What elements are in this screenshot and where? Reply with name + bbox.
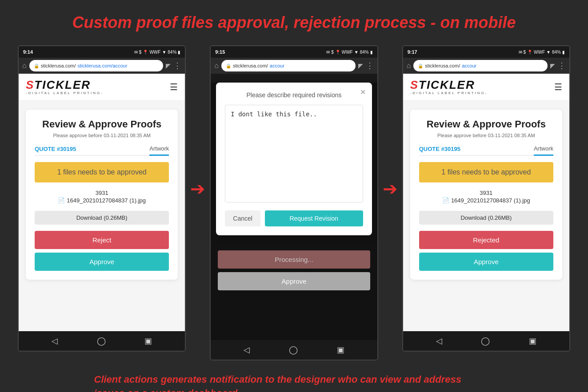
phone-3-browser-bar: ⌂ 🔒 sticklerusa.com/accour ◤ ⋮ bbox=[403, 58, 569, 74]
phone-2-url-box[interactable]: 🔒 sticklerusa.com/accour bbox=[221, 60, 356, 71]
phone-3-download-button[interactable]: Download (0.26MB) bbox=[419, 211, 553, 225]
arrow-1-icon: ➔ bbox=[190, 178, 205, 199]
phone-3-proof-card: Review & Approve Proofs Please approve b… bbox=[410, 110, 562, 280]
phone-3-url-box[interactable]: 🔒 sticklerusa.com/accour bbox=[413, 60, 548, 71]
phone-1-file-number: 3931 bbox=[35, 190, 169, 196]
phone-3-files-banner: 1 files needs to be approved bbox=[419, 162, 553, 182]
phone-2-nav-bar: ◁ ◯ ▣ bbox=[211, 340, 377, 360]
phone-3-status-bar: 9:17 ✉ $ 📍 WWF ▼ 84% ▮ bbox=[403, 46, 569, 58]
phone-1-time: 9:14 bbox=[23, 49, 33, 55]
phone-1-proof-card: Review & Approve Proofs Please approve b… bbox=[26, 110, 178, 280]
recents-nav-icon[interactable]: ▣ bbox=[144, 336, 152, 346]
phone-1-approve-button[interactable]: Approve bbox=[35, 253, 169, 271]
phone-2-time: 9:15 bbox=[215, 49, 225, 55]
revision-dialog: Please describe required revisions ✕ I d… bbox=[216, 83, 372, 235]
phone-1-content: STICKLER -DIGITAL LABEL PRINTING- ☰ Revi… bbox=[19, 74, 185, 331]
home-icon[interactable]: ⌂ bbox=[22, 62, 27, 70]
file-doc-icon: 📄 bbox=[58, 197, 65, 204]
lock-icon-3: 🔒 bbox=[418, 63, 423, 68]
arrow-2-container: ➔ bbox=[378, 178, 402, 199]
recents-nav-icon-3[interactable]: ▣ bbox=[529, 336, 536, 346]
dialog-request-button[interactable]: Request Revision bbox=[265, 210, 363, 226]
phone-3-quote-tabs: QUOTE #30195 Artwork bbox=[419, 145, 553, 156]
arrow-2-icon: ➔ bbox=[383, 178, 398, 199]
phone-2-status-bar: 9:15 ✉ $ 📍 WWF ▼ 84% ▮ bbox=[211, 46, 377, 58]
lock-icon: 🔒 bbox=[34, 63, 39, 68]
phone-3-rejected-button: Rejected bbox=[419, 231, 553, 249]
phone-3-approve-button[interactable]: Approve bbox=[419, 253, 553, 271]
phone-1-card-title: Review & Approve Proofs bbox=[35, 119, 169, 130]
home-icon-2[interactable]: ⌂ bbox=[214, 62, 219, 70]
phone-3-time: 9:17 bbox=[408, 49, 417, 55]
processing-button: Processing... bbox=[218, 250, 370, 269]
phone-3-file-name: 📄 1649_20210127084837 (1).jpg bbox=[419, 197, 553, 204]
tab-icon-3[interactable]: ◤ bbox=[550, 62, 555, 69]
phone-1-deadline: Please approve before 03-11-2021 08:35 A… bbox=[35, 133, 169, 138]
dialog-cancel-button[interactable]: Cancel bbox=[225, 210, 260, 226]
revision-textarea[interactable]: I dont like this file.. bbox=[225, 105, 363, 202]
phone-2-status-icons: ✉ $ 📍 WWF ▼ 84% ▮ bbox=[326, 50, 372, 55]
phone-1-quote-number: QUOTE #30195 bbox=[35, 146, 76, 155]
home-nav-icon-3[interactable]: ◯ bbox=[481, 336, 490, 346]
menu-icon-2[interactable]: ⋮ bbox=[366, 61, 374, 71]
phone-1-status-icons: ✉ $ 📍 WWF ▼ 84% ▮ bbox=[134, 50, 180, 55]
arrow-1-container: ➔ bbox=[186, 178, 210, 199]
hamburger-icon-3[interactable]: ☰ bbox=[554, 82, 562, 92]
page-title: Custom proof files approval, rejection p… bbox=[72, 13, 516, 32]
footer-text: Client actions generates notification to… bbox=[94, 373, 494, 392]
back-nav-icon[interactable]: ◁ bbox=[52, 336, 58, 346]
tab-icon-2[interactable]: ◤ bbox=[358, 62, 363, 69]
home-icon-3[interactable]: ⌂ bbox=[407, 62, 411, 70]
phone-3-file-number: 3931 bbox=[419, 190, 553, 196]
lock-icon-2: 🔒 bbox=[226, 63, 231, 68]
phone-3-card-title: Review & Approve Proofs bbox=[419, 119, 553, 130]
phone-1-quote-tabs: QUOTE #30195 Artwork bbox=[35, 145, 169, 156]
phone-3: 9:17 ✉ $ 📍 WWF ▼ 84% ▮ ⌂ 🔒 sticklerusa.c… bbox=[402, 45, 570, 352]
phone-2: 9:15 ✉ $ 📍 WWF ▼ 84% ▮ ⌂ 🔒 sticklerusa.c… bbox=[210, 45, 378, 360]
phone-1-download-button[interactable]: Download (0.26MB) bbox=[35, 211, 169, 225]
tab-icon[interactable]: ◤ bbox=[166, 62, 171, 69]
stickler-logo-sub-3: -DIGITAL LABEL PRINTING- bbox=[410, 91, 488, 95]
file-doc-icon-3: 📄 bbox=[442, 197, 449, 204]
stickler-logo: STICKLER -DIGITAL LABEL PRINTING- bbox=[26, 79, 104, 95]
phone-3-deadline: Please approve before 03-11-2021 08:35 A… bbox=[419, 133, 553, 138]
hamburger-icon[interactable]: ☰ bbox=[170, 82, 178, 92]
phone-1-nav-bar: ◁ ◯ ▣ bbox=[19, 331, 185, 351]
menu-icon[interactable]: ⋮ bbox=[173, 61, 181, 71]
phone-1-file-item: 3931 📄 1649_20210127084837 (1).jpg bbox=[35, 190, 169, 204]
phone-2-content: Please describe required revisions ✕ I d… bbox=[211, 83, 377, 340]
phone-1-status-bar: 9:14 ✉ $ 📍 WWF ▼ 84% ▮ bbox=[19, 46, 185, 58]
back-nav-icon-2[interactable]: ◁ bbox=[244, 345, 250, 355]
phone-1-stickler-header: STICKLER -DIGITAL LABEL PRINTING- ☰ bbox=[19, 74, 185, 101]
phone-2-processing-area: Processing... Approve bbox=[218, 244, 370, 290]
back-nav-icon-3[interactable]: ◁ bbox=[436, 336, 442, 346]
stickler-logo-3: STICKLER -DIGITAL LABEL PRINTING- bbox=[410, 79, 488, 95]
phone-3-file-item: 3931 📄 1649_20210127084837 (1).jpg bbox=[419, 190, 553, 204]
dialog-actions: Cancel Request Revision bbox=[225, 210, 363, 226]
phone-3-stickler-header: STICKLER -DIGITAL LABEL PRINTING- ☰ bbox=[403, 74, 569, 101]
phone-3-content: STICKLER -DIGITAL LABEL PRINTING- ☰ Revi… bbox=[403, 74, 569, 331]
phone-3-status-icons: ✉ $ 📍 WWF ▼ 84% ▮ bbox=[519, 50, 565, 55]
recents-nav-icon-2[interactable]: ▣ bbox=[337, 345, 344, 355]
phone-1-tab-artwork[interactable]: Artwork bbox=[149, 145, 169, 156]
dialog-close-icon[interactable]: ✕ bbox=[360, 88, 366, 96]
phone-1-browser-bar: ⌂ 🔒 sticklerusa.com/sticklerusa.com/acco… bbox=[19, 58, 185, 74]
stickler-logo-sub: -DIGITAL LABEL PRINTING- bbox=[26, 91, 104, 95]
home-nav-icon[interactable]: ◯ bbox=[97, 336, 106, 346]
phones-row: 9:14 ✉ $ 📍 WWF ▼ 84% ▮ ⌂ 🔒 sticklerusa.c… bbox=[18, 45, 570, 360]
phone-1-reject-button[interactable]: Reject bbox=[35, 231, 169, 249]
phone-1-url-box[interactable]: 🔒 sticklerusa.com/sticklerusa.com/accour bbox=[29, 60, 164, 71]
phone-2-browser-bar: ⌂ 🔒 sticklerusa.com/accour ◤ ⋮ bbox=[211, 58, 377, 74]
phone-3-quote-number: QUOTE #30195 bbox=[419, 146, 460, 155]
phone-3-tab-artwork[interactable]: Artwork bbox=[534, 145, 553, 156]
home-nav-icon-2[interactable]: ◯ bbox=[289, 345, 298, 355]
phone-2-approve-button: Approve bbox=[218, 272, 370, 290]
phone-3-nav-bar: ◁ ◯ ▣ bbox=[403, 331, 569, 351]
phone-1: 9:14 ✉ $ 📍 WWF ▼ 84% ▮ ⌂ 🔒 sticklerusa.c… bbox=[18, 45, 186, 352]
phone-1-files-banner: 1 files needs to be approved bbox=[35, 162, 169, 182]
phone-1-file-name: 📄 1649_20210127084837 (1).jpg bbox=[35, 197, 169, 204]
dialog-title: Please describe required revisions bbox=[225, 91, 363, 99]
menu-icon-3[interactable]: ⋮ bbox=[558, 61, 566, 71]
